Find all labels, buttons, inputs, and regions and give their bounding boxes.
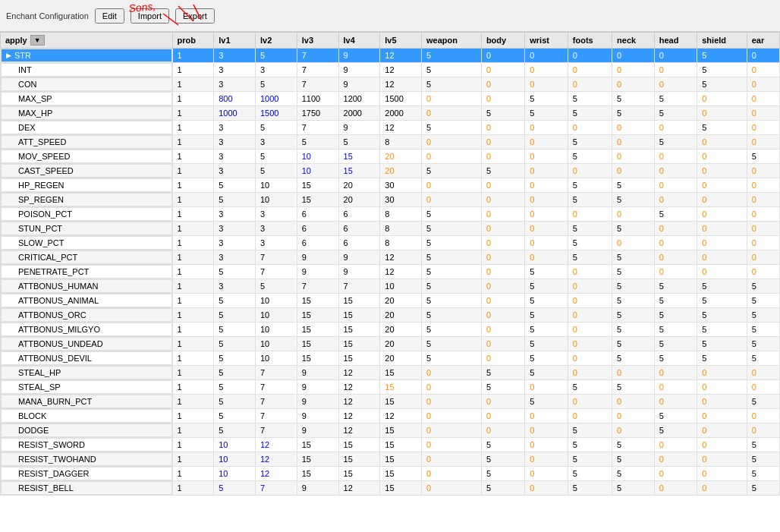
cell-lv1: 5 [214,265,256,279]
table-row[interactable]: STEAL_SP1579121505055000 [1,380,780,395]
table-row[interactable]: MAX_HP11000150017502000200005555500 [1,106,780,121]
cell-apply: DODGE [1,423,172,437]
table-row[interactable]: MANA_BURN_PCT1579121500500005 [1,395,780,409]
table-row[interactable]: RESIST_DAGGER1101215151505055005 [1,467,780,481]
cell-lv5: 15 [380,380,422,395]
table-row[interactable]: ATTBONUS_HUMAN135771050505555 [1,279,780,294]
cell-lv2: 10 [255,178,297,193]
table-row[interactable]: ATTBONUS_DEVIL151015152050505555 [1,351,780,366]
cell-apply: CON [1,77,172,91]
cell-lv5: 12 [380,409,422,423]
cell-body: 0 [481,395,524,409]
cell-body: 0 [481,265,524,279]
cell-lv2: 3 [255,222,297,236]
table-row[interactable]: ATTBONUS_UNDEAD151015152050505555 [1,337,780,351]
table-row[interactable]: CON135791250000050 [1,77,780,92]
table-row[interactable]: RESIST_BELL1579121505055005 [1,481,780,496]
cell-lv5: 8 [380,236,422,250]
table-row[interactable]: SLOW_PCT13366850050000 [1,236,780,250]
cell-shield: 0 [697,452,747,467]
table-row[interactable]: MOV_SPEED13510152000050005 [1,150,780,164]
cell-head: 5 [654,207,697,222]
cell-lv1: 5 [214,380,256,395]
cell-lv3: 15 [297,438,338,452]
cell-weapon: 0 [422,409,482,423]
cell-wrist: 0 [525,121,568,135]
table-row[interactable]: DEX135791250000050 [1,121,780,135]
table-row[interactable]: CAST_SPEED13510152055000000 [1,164,780,178]
cell-apply: ATTBONUS_ANIMAL [1,294,172,307]
cell-wrist: 0 [525,452,568,467]
dropdown-arrow-icon[interactable]: ▼ [30,35,45,46]
cell-ear: 0 [747,92,779,106]
cell-lv5: 15 [380,481,422,496]
table-row[interactable]: STEAL_HP1579121505500000 [1,366,780,380]
table-row[interactable]: STUN_PCT13366850055000 [1,222,780,236]
table-row[interactable]: RESIST_TWOHAND1101215151505055005 [1,452,780,467]
cell-neck: 5 [612,250,655,265]
table-row[interactable]: RESIST_SWORD1101215151505055005 [1,438,780,452]
cell-wrist: 0 [525,236,568,250]
cell-foots: 5 [568,467,612,481]
table-row[interactable]: POISON_PCT13366850000500 [1,207,780,222]
cell-shield: 0 [697,467,747,481]
table-row[interactable]: MAX_SP1800100011001200150000555500 [1,92,780,106]
col-header-apply[interactable]: apply ▼ [1,33,173,49]
cell-foots: 5 [568,106,612,121]
table-row[interactable]: INT133791250000050 [1,63,780,77]
cell-ear: 5 [747,351,779,366]
cell-foots: 5 [568,481,612,496]
table-row[interactable]: ATT_SPEED13355800050500 [1,135,780,150]
cell-ear: 0 [747,366,779,380]
col-header-lv2: lv2 [255,33,297,49]
cell-body: 5 [481,106,524,121]
table-row[interactable]: SP_REGEN151015203000055000 [1,193,780,207]
cell-wrist: 5 [525,279,568,294]
cell-shield: 5 [697,63,747,77]
table-row[interactable]: ATTBONUS_MILGYO151015152050505555 [1,323,780,337]
cell-foots: 0 [568,409,612,423]
cell-body: 5 [481,452,524,467]
cell-wrist: 0 [525,481,568,496]
table-row[interactable]: CRITICAL_PCT137991250055000 [1,250,780,265]
cell-wrist: 0 [525,193,568,207]
table-row[interactable]: ATTBONUS_ORC151015152050505555 [1,308,780,323]
cell-apply: INT [1,63,172,77]
cell-prob: 1 [172,481,214,496]
cell-prob: 1 [172,438,214,452]
cell-ear: 0 [747,423,779,438]
table-row[interactable]: ATTBONUS_ANIMAL151015152050505555 [1,294,780,308]
col-header-lv4: lv4 [338,33,380,49]
cell-lv4: 9 [338,77,380,92]
cell-lv2: 7 [255,366,297,380]
cell-lv3: 15 [297,294,338,308]
col-header-wrist: wrist [525,33,568,49]
table-row[interactable]: DODGE1579121500050500 [1,423,780,438]
cell-head: 0 [654,77,697,92]
cell-lv2: 3 [255,63,297,77]
cell-wrist: 0 [525,178,568,193]
table-row[interactable]: ▶STR135791250000050 [1,49,780,63]
table-row[interactable]: BLOCK1579121200000500 [1,409,780,423]
cell-lv2: 7 [255,481,297,496]
cell-lv1: 800 [214,92,256,106]
table-row[interactable]: HP_REGEN151015203000055000 [1,178,780,193]
export-button[interactable]: Export [175,8,215,24]
col-header-shield: shield [697,33,747,49]
edit-button[interactable]: Edit [95,8,124,24]
cell-wrist: 0 [525,250,568,265]
cell-body: 0 [481,337,524,351]
cell-ear: 0 [747,135,779,150]
cell-lv4: 6 [338,207,380,222]
cell-body: 0 [481,207,524,222]
cell-lv5: 15 [380,395,422,409]
cell-lv1: 5 [214,337,256,351]
import-button[interactable]: Import [131,8,169,24]
cell-shield: 0 [697,193,747,207]
cell-neck: 0 [612,409,655,423]
table-row[interactable]: PENETRATE_PCT157991250505000 [1,265,780,279]
cell-apply: PENETRATE_PCT [1,265,172,279]
cell-prob: 1 [172,178,214,193]
data-table: apply ▼ prob lv1 lv2 lv3 lv4 lv5 weapon … [0,32,780,496]
cell-head: 5 [654,92,697,106]
